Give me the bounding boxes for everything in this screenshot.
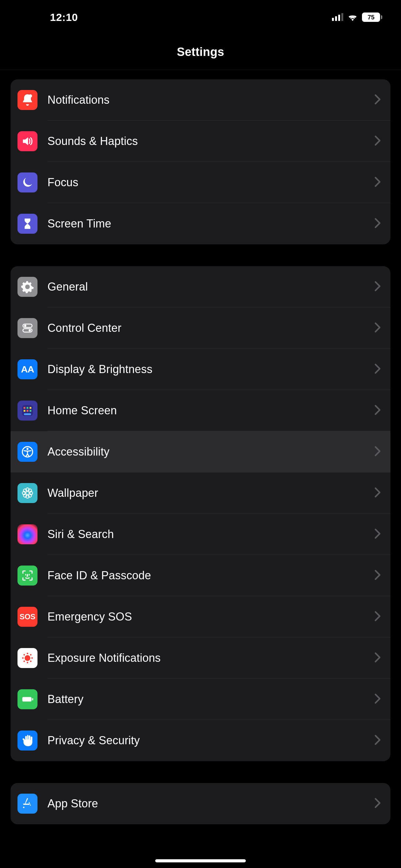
settings-row-general[interactable]: General: [11, 266, 390, 307]
chevron-right-icon: [374, 322, 381, 334]
battery-level: 75: [368, 14, 374, 21]
svg-point-26: [27, 662, 28, 663]
row-label: Siri & Search: [47, 528, 374, 541]
row-label: Battery: [47, 693, 374, 706]
settings-row-home-screen[interactable]: Home Screen: [11, 390, 390, 431]
settings-row-app-store[interactable]: App Store: [11, 783, 390, 824]
chevron-right-icon: [374, 405, 381, 416]
svg-point-29: [24, 654, 25, 655]
settings-row-emergency-sos[interactable]: SOSEmergency SOS: [11, 596, 390, 638]
settings-row-wallpaper[interactable]: Wallpaper: [11, 472, 390, 514]
battery-indicator: 75: [362, 12, 382, 22]
svg-point-4: [29, 329, 31, 332]
settings-list: NotificationsSounds & HapticsFocusScreen…: [0, 70, 401, 824]
row-label: Sounds & Haptics: [47, 135, 374, 148]
svg-point-28: [31, 657, 33, 659]
settings-row-faceid-passcode[interactable]: Face ID & Passcode: [11, 555, 390, 596]
sos-icon: SOS: [18, 607, 37, 627]
exposure-icon: [18, 648, 37, 668]
svg-rect-6: [24, 407, 26, 409]
row-label: Wallpaper: [47, 487, 374, 500]
aa-icon: AA: [18, 359, 37, 379]
chevron-right-icon: [374, 652, 381, 664]
settings-row-control-center[interactable]: Control Center: [11, 307, 390, 349]
chevron-right-icon: [374, 94, 381, 106]
status-time: 12:10: [50, 11, 78, 24]
row-label: Screen Time: [47, 217, 374, 230]
battery-icon: [18, 689, 37, 709]
svg-rect-7: [27, 407, 28, 409]
row-label: Exposure Notifications: [47, 651, 374, 664]
svg-point-2: [24, 324, 26, 327]
settings-row-screen-time[interactable]: Screen Time: [11, 203, 390, 244]
svg-rect-9: [24, 410, 26, 412]
row-label: Emergency SOS: [47, 610, 374, 623]
settings-row-sounds-haptics[interactable]: Sounds & Haptics: [11, 121, 390, 162]
appstore-icon: [18, 794, 37, 814]
gear-icon: [18, 277, 37, 297]
settings-row-display-brightness[interactable]: AADisplay & Brightness: [11, 349, 390, 390]
row-label: Notifications: [47, 93, 374, 106]
chevron-right-icon: [374, 487, 381, 499]
svg-point-30: [30, 654, 32, 655]
chevron-right-icon: [374, 363, 381, 375]
speaker-icon: [18, 131, 37, 151]
accessibility-icon: [18, 442, 37, 462]
row-label: Display & Brightness: [47, 363, 374, 376]
hand-icon: [18, 731, 37, 750]
settings-group: GeneralControl CenterAADisplay & Brightn…: [11, 266, 390, 761]
faceid-icon: [18, 565, 37, 586]
chevron-right-icon: [374, 281, 381, 293]
moon-icon: [18, 173, 37, 192]
chevron-right-icon: [374, 218, 381, 230]
settings-row-accessibility[interactable]: Accessibility: [11, 431, 390, 472]
settings-row-notifications[interactable]: Notifications: [11, 80, 390, 121]
page-title: Settings: [177, 45, 224, 59]
cellular-signal-icon: [332, 13, 343, 21]
svg-point-31: [24, 660, 25, 662]
wifi-icon: [347, 13, 358, 21]
bell-icon: [18, 90, 37, 110]
row-label: Control Center: [47, 321, 374, 335]
settings-row-exposure-notifications[interactable]: Exposure Notifications: [11, 638, 390, 679]
chevron-right-icon: [374, 798, 381, 810]
row-label: Focus: [47, 176, 374, 189]
chevron-right-icon: [374, 177, 381, 188]
settings-row-siri-search[interactable]: Siri & Search: [11, 514, 390, 555]
settings-row-privacy-security[interactable]: Privacy & Security: [11, 720, 390, 761]
svg-rect-33: [23, 697, 32, 702]
settings-row-focus[interactable]: Focus: [11, 162, 390, 203]
svg-rect-8: [30, 407, 32, 409]
svg-rect-12: [24, 413, 31, 415]
grid-icon: [18, 401, 37, 421]
chevron-right-icon: [374, 528, 381, 540]
chevron-right-icon: [374, 135, 381, 147]
toggles-icon: [18, 318, 37, 338]
svg-rect-11: [30, 410, 32, 412]
svg-point-25: [27, 653, 28, 654]
settings-group: App Store: [11, 783, 390, 824]
chevron-right-icon: [374, 611, 381, 623]
settings-group: NotificationsSounds & HapticsFocusScreen…: [11, 80, 390, 244]
hourglass-icon: [18, 214, 37, 234]
svg-point-0: [29, 94, 32, 98]
home-indicator[interactable]: [155, 859, 246, 862]
siri-icon: [18, 524, 37, 544]
row-label: General: [47, 280, 374, 293]
svg-rect-10: [27, 410, 28, 412]
svg-rect-34: [32, 698, 33, 700]
status-indicators: 75: [332, 12, 382, 22]
svg-point-24: [25, 655, 30, 661]
chevron-right-icon: [374, 446, 381, 458]
row-label: Privacy & Security: [47, 734, 374, 747]
status-bar: 12:10 75: [0, 0, 401, 34]
row-label: Face ID & Passcode: [47, 569, 374, 582]
svg-point-27: [22, 657, 24, 659]
settings-row-battery[interactable]: Battery: [11, 679, 390, 720]
flower-icon: [18, 483, 37, 503]
row-label: Home Screen: [47, 404, 374, 417]
nav-header: Settings: [0, 34, 401, 70]
chevron-right-icon: [374, 693, 381, 705]
chevron-right-icon: [374, 735, 381, 746]
row-label: App Store: [47, 797, 374, 810]
